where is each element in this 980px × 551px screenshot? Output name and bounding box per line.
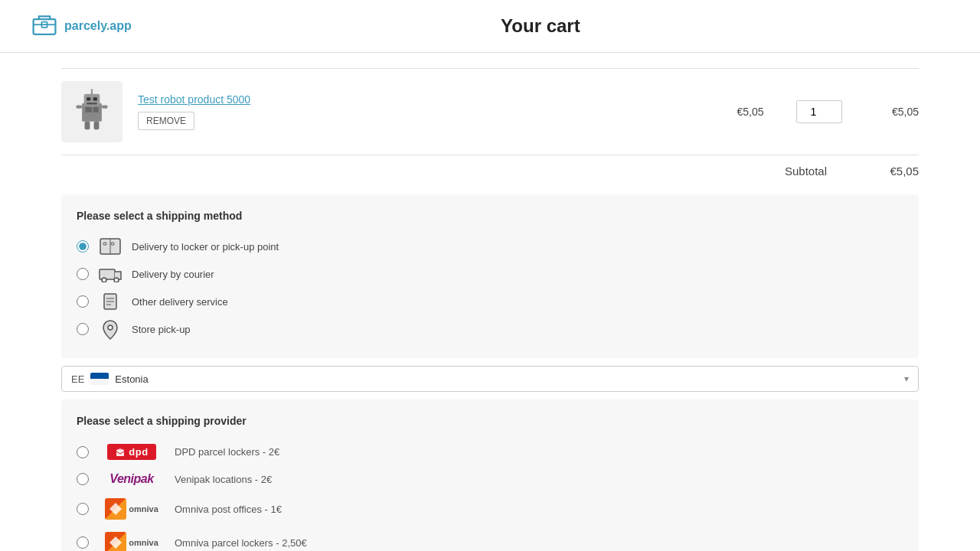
svg-point-20 (102, 278, 106, 282)
product-image (61, 81, 122, 142)
omniva-post-logo: omniva (101, 498, 162, 520)
svg-rect-8 (93, 107, 99, 112)
omniva-parcel-square-icon (105, 532, 126, 551)
shipping-radio-other[interactable] (77, 295, 89, 308)
subtotal-label: Subtotal (785, 165, 827, 178)
provider-row-omniva-parcel[interactable]: omniva Omniva parcel lockers - 2,50€ (77, 526, 903, 551)
country-flag-icon (90, 373, 109, 385)
store-icon (98, 320, 122, 338)
shipping-label-other: Other delivery service (132, 296, 228, 308)
provider-desc-venipak: Venipak locations - 2€ (175, 474, 272, 485)
svg-rect-11 (85, 122, 90, 129)
svg-rect-13 (76, 105, 82, 108)
provider-desc-omniva-parcel: Omniva parcel lockers - 2,50€ (175, 537, 307, 549)
logo-text: parcely.app (64, 19, 132, 33)
dpd-box-icon (115, 447, 126, 458)
svg-rect-2 (82, 103, 102, 122)
shipping-option-other[interactable]: Other delivery service (77, 288, 903, 315)
dpd-logo: dpd (101, 444, 162, 460)
svg-rect-4 (87, 97, 90, 100)
shipping-method-panel: Please select a shipping method Delivery… (61, 194, 919, 358)
cart-item-row: Test robot product 5000 REMOVE €5,05 €5,… (61, 69, 919, 155)
svg-point-21 (114, 278, 119, 282)
svg-rect-14 (102, 105, 108, 108)
main-content: Test robot product 5000 REMOVE €5,05 €5,… (31, 53, 949, 551)
logo-icon (31, 12, 58, 40)
subtotal-row: Subtotal €5,05 (61, 155, 919, 187)
shipping-option-courier[interactable]: Delivery by courier (77, 260, 903, 288)
venipak-logo: Venipak (101, 472, 162, 486)
provider-row-omniva-post[interactable]: omniva Omniva post offices - 1€ (77, 492, 903, 526)
shipping-radio-courier[interactable] (77, 268, 89, 280)
provider-radio-omniva-parcel[interactable] (77, 536, 89, 549)
svg-rect-6 (87, 103, 97, 105)
shipping-provider-title: Please select a shipping provider (77, 415, 903, 427)
omniva-square-icon (105, 498, 126, 520)
subtotal-value: €5,05 (873, 165, 919, 178)
quantity-input[interactable] (796, 100, 842, 123)
provider-desc-omniva-post: Omniva post offices - 1€ (175, 504, 282, 515)
shipping-label-locker: Delivery to locker or pick-up point (132, 241, 279, 253)
right-section: Subtotal €5,05 Please select a shipping … (61, 155, 919, 551)
svg-point-10 (90, 89, 93, 91)
shipping-option-locker[interactable]: Delivery to locker or pick-up point (77, 233, 903, 260)
provider-radio-venipak[interactable] (77, 473, 89, 485)
provider-desc-dpd: DPD parcel lockers - 2€ (175, 446, 279, 458)
remove-button[interactable]: REMOVE (138, 112, 194, 130)
shipping-label-courier: Delivery by courier (132, 269, 214, 280)
logo[interactable]: parcely.app (31, 12, 132, 40)
product-details: Test robot product 5000 REMOVE (138, 93, 704, 130)
product-name-link[interactable]: Test robot product 5000 (138, 93, 704, 106)
courier-icon (98, 265, 122, 283)
omniva-parcel-logo: omniva (101, 532, 162, 551)
country-code: EE (71, 373, 84, 385)
svg-rect-5 (93, 97, 97, 100)
country-name-display: Estonia (115, 373, 898, 385)
shipping-option-store[interactable]: Store pick-up (77, 315, 903, 343)
shipping-provider-panel: Please select a shipping provider dpd DP… (61, 399, 919, 551)
page-title: Your cart (132, 15, 949, 37)
svg-rect-19 (100, 269, 115, 279)
shipping-method-title: Please select a shipping method (77, 210, 903, 222)
provider-radio-omniva-post[interactable] (77, 503, 89, 515)
provider-row-dpd[interactable]: dpd DPD parcel lockers - 2€ (77, 438, 903, 466)
chevron-down-icon: ▾ (904, 373, 909, 384)
svg-rect-7 (85, 107, 92, 112)
product-thumbnail (69, 89, 115, 135)
provider-row-venipak[interactable]: Venipak Venipak locations - 2€ (77, 466, 903, 492)
svg-rect-12 (94, 122, 100, 129)
locker-icon (98, 237, 122, 256)
header: parcely.app Your cart (0, 0, 980, 53)
product-unit-price: €5,05 (720, 106, 781, 118)
shipping-radio-store[interactable] (77, 323, 89, 335)
provider-radio-dpd[interactable] (77, 446, 89, 458)
country-selector[interactable]: EE Estonia ▾ (61, 366, 919, 392)
shipping-label-store: Store pick-up (132, 324, 191, 335)
product-line-total: €5,05 (858, 106, 919, 118)
svg-point-26 (108, 325, 113, 330)
other-delivery-icon (98, 292, 122, 311)
shipping-radio-locker[interactable] (77, 240, 89, 253)
